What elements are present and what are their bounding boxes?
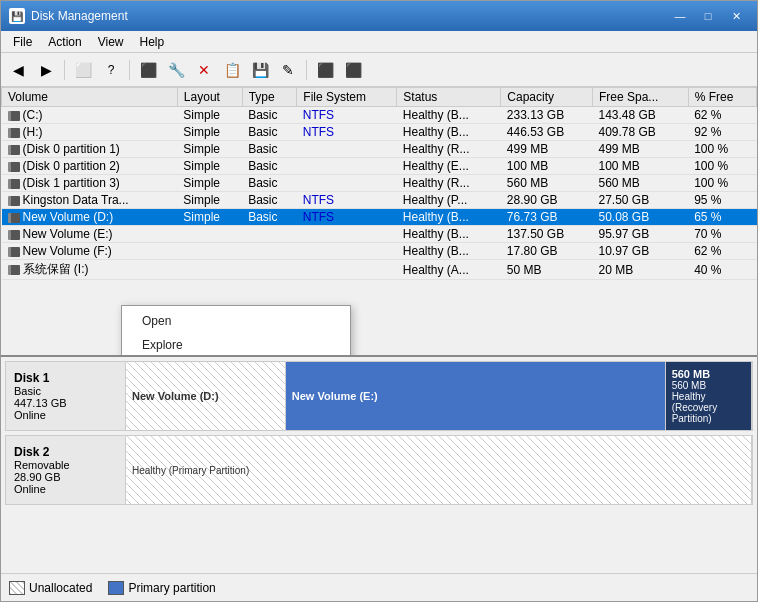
table-scroll[interactable]: Volume Layout Type File System Status Ca… [1,87,757,355]
toolbar-extra[interactable]: ⬛ [312,57,338,83]
app-icon: 💾 [9,8,25,24]
cell-volume: New Volume (D:) [2,209,178,226]
minimize-button[interactable]: — [667,6,693,26]
table-row[interactable]: New Volume (F:) Healthy (B... 17.80 GB 1… [2,243,757,260]
cell-capacity: 100 MB [501,158,593,175]
disk-size: 28.90 GB [14,471,117,483]
menu-file[interactable]: File [5,33,40,51]
cell-status: Healthy (B... [397,107,501,124]
cell-status: Healthy (P... [397,192,501,209]
cell-free: 10.97 GB [593,243,689,260]
ctx-item-explore[interactable]: Explore [122,333,350,357]
close-button[interactable]: ✕ [723,6,749,26]
cell-type: Basic [242,175,297,192]
cell-status: Healthy (B... [397,209,501,226]
table-area: Volume Layout Type File System Status Ca… [1,87,757,357]
cell-volume: (C:) [2,107,178,124]
legend-primary: Primary partition [108,581,215,595]
toolbar-connect[interactable]: ⬛ [135,57,161,83]
cell-volume: 系统保留 (I:) [2,260,178,280]
ctx-item-open[interactable]: Open [122,309,350,333]
cell-fs [297,175,397,192]
cell-capacity: 17.80 GB [501,243,593,260]
toolbar-up[interactable]: ⬜ [70,57,96,83]
col-layout[interactable]: Layout [177,88,242,107]
maximize-button[interactable]: □ [695,6,721,26]
toolbar-forward[interactable]: ▶ [33,57,59,83]
col-free[interactable]: Free Spa... [593,88,689,107]
cell-capacity: 499 MB [501,141,593,158]
partition[interactable]: New Volume (D:) [126,362,286,430]
cell-status: Healthy (R... [397,141,501,158]
cell-pct: 70 % [688,226,756,243]
cell-fs [297,141,397,158]
partition-name: 560 MB [672,368,745,380]
toolbar-properties[interactable]: 📋 [219,57,245,83]
cell-fs: NTFS [297,192,397,209]
toolbar-back[interactable]: ◀ [5,57,31,83]
col-fs[interactable]: File System [297,88,397,107]
main-area: Volume Layout Type File System Status Ca… [1,87,757,601]
cell-volume: New Volume (E:) [2,226,178,243]
partition-status: Healthy (Recovery Partition) [672,391,745,424]
disk-graphical-area: Disk 1 Basic 447.13 GB Online New Volume… [1,357,757,573]
col-volume[interactable]: Volume [2,88,178,107]
table-row[interactable]: New Volume (D:) Simple Basic NTFS Health… [2,209,757,226]
table-body: (C:) Simple Basic NTFS Healthy (B... 233… [2,107,757,280]
table-row[interactable]: New Volume (E:) Healthy (B... 137.50 GB … [2,226,757,243]
table-row[interactable]: (Disk 1 partition 3) Simple Basic Health… [2,175,757,192]
cell-type: Basic [242,158,297,175]
toolbar-disconnect[interactable]: 🔧 [163,57,189,83]
menu-help[interactable]: Help [132,33,173,51]
partition-name: New Volume (E:) [292,390,659,402]
cell-type: Basic [242,107,297,124]
cell-capacity: 76.73 GB [501,209,593,226]
disk-name: Disk 1 [14,371,117,385]
table-row[interactable]: 系统保留 (I:) Healthy (A... 50 MB 20 MB 40 % [2,260,757,280]
cell-free: 499 MB [593,141,689,158]
legend-unalloc-box [9,581,25,595]
toolbar-delete[interactable]: ✕ [191,57,217,83]
cell-type: Basic [242,209,297,226]
legend-primary-box [108,581,124,595]
cell-layout: Simple [177,209,242,226]
cell-free: 409.78 GB [593,124,689,141]
partition[interactable]: Healthy (Primary Partition) [126,436,752,504]
col-type[interactable]: Type [242,88,297,107]
menu-bar: File Action View Help [1,31,757,53]
cell-pct: 92 % [688,124,756,141]
cell-free: 20 MB [593,260,689,280]
col-pct[interactable]: % Free [688,88,756,107]
cell-fs [297,226,397,243]
cell-volume: New Volume (F:) [2,243,178,260]
partition[interactable]: New Volume (E:) [286,362,666,430]
table-header-row: Volume Layout Type File System Status Ca… [2,88,757,107]
cell-free: 95.97 GB [593,226,689,243]
cell-fs: NTFS [297,209,397,226]
table-row[interactable]: (C:) Simple Basic NTFS Healthy (B... 233… [2,107,757,124]
table-row[interactable]: (H:) Simple Basic NTFS Healthy (B... 446… [2,124,757,141]
cell-status: Healthy (R... [397,175,501,192]
toolbar-refresh[interactable]: 💾 [247,57,273,83]
partition-name: New Volume (D:) [132,390,279,402]
toolbar-extra2[interactable]: ⬛ [340,57,366,83]
col-status[interactable]: Status [397,88,501,107]
table-row[interactable]: Kingston Data Tra... Simple Basic NTFS H… [2,192,757,209]
toolbar-help[interactable]: ? [98,57,124,83]
cell-pct: 100 % [688,158,756,175]
partition[interactable]: 560 MB 560 MB Healthy (Recovery Partitio… [666,362,752,430]
toolbar-rescan[interactable]: ✎ [275,57,301,83]
cell-type [242,243,297,260]
legend-bar: Unallocated Primary partition [1,573,757,601]
menu-action[interactable]: Action [40,33,89,51]
col-capacity[interactable]: Capacity [501,88,593,107]
cell-layout: Simple [177,192,242,209]
disk-type: Basic [14,385,117,397]
cell-free: 27.50 GB [593,192,689,209]
cell-pct: 40 % [688,260,756,280]
table-row[interactable]: (Disk 0 partition 1) Simple Basic Health… [2,141,757,158]
disk-name: Disk 2 [14,445,117,459]
cell-status: Healthy (E... [397,158,501,175]
menu-view[interactable]: View [90,33,132,51]
table-row[interactable]: (Disk 0 partition 2) Simple Basic Health… [2,158,757,175]
